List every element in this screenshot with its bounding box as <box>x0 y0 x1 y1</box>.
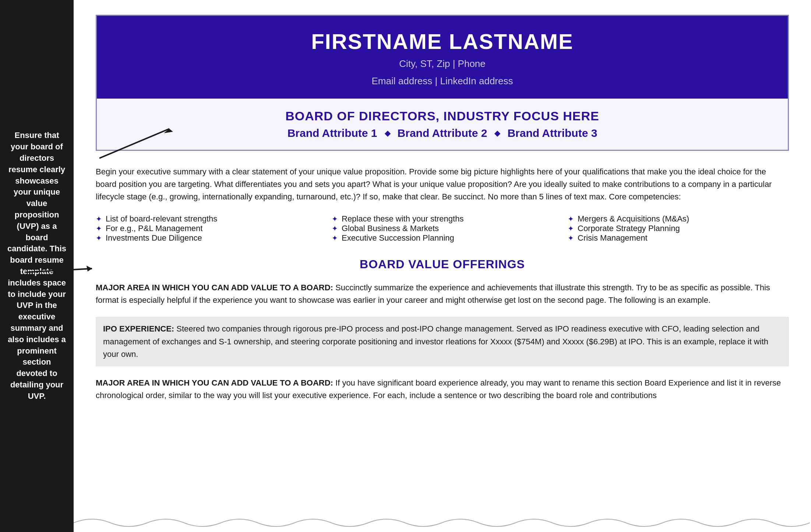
competency-text: Mergers & Acquisitions (M&As) <box>578 214 689 224</box>
star-icon: ✦ <box>568 224 574 233</box>
header-contact-line1: City, ST, Zip | Phone <box>119 57 766 71</box>
resume-card: FIRSTNAME LASTNAME City, ST, Zip | Phone… <box>96 15 789 151</box>
brand-attributes: Brand Attribute 1 ◆ Brand Attribute 2 ◆ … <box>119 127 766 139</box>
ipo-label: IPO EXPERIENCE: <box>103 324 174 333</box>
svg-marker-3 <box>87 266 92 272</box>
board-value-block-2: MAJOR AREA IN WHICH YOU CAN ADD VALUE TO… <box>96 377 789 402</box>
brand-attribute-2: Brand Attribute 2 <box>398 127 487 139</box>
diamond-icon-2: ◆ <box>494 129 500 138</box>
competencies-col1: ✦ List of board-relevant strengths ✦ For… <box>96 214 317 243</box>
ipo-block: IPO EXPERIENCE: Steered two companies th… <box>96 317 789 366</box>
board-value-block-1: MAJOR AREA IN WHICH YOU CAN ADD VALUE TO… <box>96 281 789 306</box>
competency-text: Crisis Management <box>578 233 648 243</box>
star-icon: ✦ <box>332 234 338 242</box>
annotation-text: Ensure that your board of directors resu… <box>7 130 67 402</box>
competencies-grid: ✦ List of board-relevant strengths ✦ For… <box>96 214 789 243</box>
star-icon: ✦ <box>568 234 574 242</box>
diamond-icon-1: ◆ <box>385 129 390 138</box>
wavy-bottom-decoration <box>74 514 811 532</box>
brand-attribute-3: Brand Attribute 3 <box>507 127 597 139</box>
competency-item: ✦ List of board-relevant strengths <box>96 214 317 224</box>
competency-item: ✦ Mergers & Acquisitions (M&As) <box>568 214 789 224</box>
star-icon: ✦ <box>332 214 338 223</box>
star-icon: ✦ <box>96 234 102 242</box>
header-blue: FIRSTNAME LASTNAME City, ST, Zip | Phone… <box>97 16 788 99</box>
left-annotation: Ensure that your board of directors resu… <box>0 0 74 532</box>
block2-label: MAJOR AREA IN WHICH YOU CAN ADD VALUE TO… <box>96 378 333 387</box>
block1-label: MAJOR AREA IN WHICH YOU CAN ADD VALUE TO… <box>96 283 333 292</box>
competency-text: Investments Due Diligence <box>106 233 202 243</box>
star-icon: ✦ <box>96 214 102 223</box>
competencies-col3: ✦ Mergers & Acquisitions (M&As) ✦ Corpor… <box>568 214 789 243</box>
competency-text: Global Business & Markets <box>342 224 439 233</box>
exec-summary: Begin your executive summary with a clea… <box>96 166 789 203</box>
star-icon: ✦ <box>568 214 574 223</box>
competency-item: ✦ Executive Succession Planning <box>332 233 553 243</box>
competency-text: Executive Succession Planning <box>342 233 454 243</box>
board-value-section-title: BOARD VALUE OFFERINGS <box>96 258 789 271</box>
header-white: BOARD OF DIRECTORS, INDUSTRY FOCUS HERE … <box>97 99 788 150</box>
brand-attribute-1: Brand Attribute 1 <box>288 127 377 139</box>
competency-item: ✦ Replace these with your strengths <box>332 214 553 224</box>
competency-item: ✦ For e.g., P&L Management <box>96 224 317 233</box>
header-name: FIRSTNAME LASTNAME <box>119 29 766 54</box>
competency-text: Replace these with your strengths <box>342 214 463 224</box>
page-container: Ensure that your board of directors resu… <box>0 0 811 532</box>
competencies-col2: ✦ Replace these with your strengths ✦ Gl… <box>332 214 553 243</box>
main-content: FIRSTNAME LASTNAME City, ST, Zip | Phone… <box>74 0 811 532</box>
competency-item: ✦ Crisis Management <box>568 233 789 243</box>
competency-item: ✦ Investments Due Diligence <box>96 233 317 243</box>
star-icon: ✦ <box>96 224 102 233</box>
header-contact-line2: Email address | LinkedIn address <box>119 74 766 88</box>
board-title: BOARD OF DIRECTORS, INDUSTRY FOCUS HERE <box>119 109 766 123</box>
ipo-text: Steered two companies through rigorous p… <box>103 324 768 358</box>
competency-text: List of board-relevant strengths <box>106 214 217 224</box>
section-title-container: BOARD VALUE OFFERINGS <box>96 258 789 271</box>
star-icon: ✦ <box>332 224 338 233</box>
competency-text: Corporate Strategy Planning <box>578 224 680 233</box>
competency-item: ✦ Corporate Strategy Planning <box>568 224 789 233</box>
competency-text: For e.g., P&L Management <box>106 224 202 233</box>
competency-item: ✦ Global Business & Markets <box>332 224 553 233</box>
